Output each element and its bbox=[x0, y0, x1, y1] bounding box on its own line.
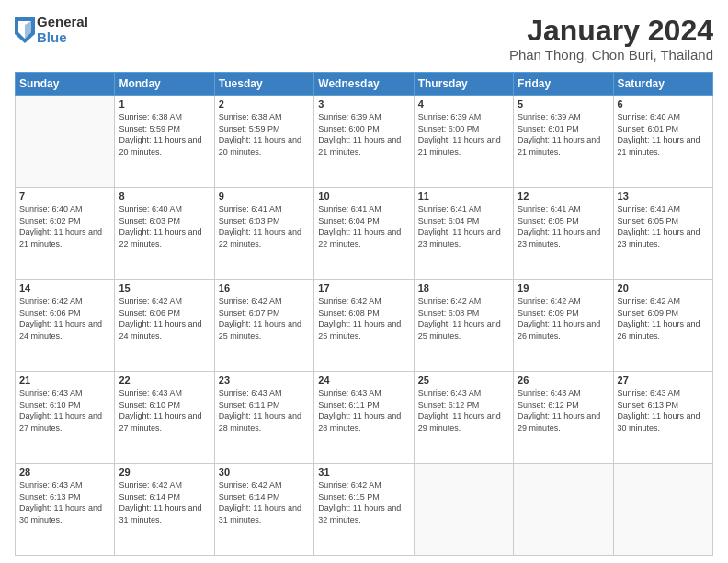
day-info: Sunrise: 6:40 AM Sunset: 6:03 PM Dayligh… bbox=[119, 203, 210, 249]
col-monday: Monday bbox=[115, 73, 214, 96]
day-number: 17 bbox=[318, 282, 409, 293]
table-row: 24 Sunrise: 6:43 AM Sunset: 6:11 PM Dayl… bbox=[314, 372, 414, 464]
table-row: 9 Sunrise: 6:41 AM Sunset: 6:03 PM Dayli… bbox=[214, 188, 313, 280]
day-info: Sunrise: 6:38 AM Sunset: 5:59 PM Dayligh… bbox=[219, 111, 310, 157]
day-number: 11 bbox=[418, 190, 509, 201]
day-number: 15 bbox=[119, 282, 210, 293]
col-wednesday: Wednesday bbox=[314, 73, 414, 96]
day-info: Sunrise: 6:43 AM Sunset: 6:10 PM Dayligh… bbox=[119, 387, 210, 433]
table-row: 20 Sunrise: 6:42 AM Sunset: 6:09 PM Dayl… bbox=[613, 280, 712, 372]
page: General Blue January 2024 Phan Thong, Ch… bbox=[0, 0, 728, 563]
day-number: 18 bbox=[418, 282, 509, 293]
calendar-week-row: 28 Sunrise: 6:43 AM Sunset: 6:13 PM Dayl… bbox=[16, 464, 713, 556]
day-info: Sunrise: 6:42 AM Sunset: 6:07 PM Dayligh… bbox=[219, 295, 310, 341]
table-row: 10 Sunrise: 6:41 AM Sunset: 6:04 PM Dayl… bbox=[314, 188, 414, 280]
calendar-week-row: 7 Sunrise: 6:40 AM Sunset: 6:02 PM Dayli… bbox=[16, 188, 713, 280]
calendar-subtitle: Phan Thong, Chon Buri, Thailand bbox=[509, 47, 713, 63]
table-row: 15 Sunrise: 6:42 AM Sunset: 6:06 PM Dayl… bbox=[115, 280, 214, 372]
day-info: Sunrise: 6:38 AM Sunset: 5:59 PM Dayligh… bbox=[119, 111, 210, 157]
table-row: 14 Sunrise: 6:42 AM Sunset: 6:06 PM Dayl… bbox=[16, 280, 115, 372]
day-info: Sunrise: 6:42 AM Sunset: 6:15 PM Dayligh… bbox=[318, 479, 409, 525]
table-row: 21 Sunrise: 6:43 AM Sunset: 6:10 PM Dayl… bbox=[16, 372, 115, 464]
day-info: Sunrise: 6:42 AM Sunset: 6:09 PM Dayligh… bbox=[618, 295, 709, 341]
table-row bbox=[414, 464, 513, 556]
calendar-title: January 2024 bbox=[509, 15, 713, 47]
table-row: 13 Sunrise: 6:41 AM Sunset: 6:05 PM Dayl… bbox=[613, 188, 712, 280]
day-info: Sunrise: 6:43 AM Sunset: 6:12 PM Dayligh… bbox=[418, 387, 509, 433]
day-number: 2 bbox=[219, 98, 310, 109]
table-row: 6 Sunrise: 6:40 AM Sunset: 6:01 PM Dayli… bbox=[613, 96, 712, 188]
table-row: 22 Sunrise: 6:43 AM Sunset: 6:10 PM Dayl… bbox=[115, 372, 214, 464]
day-number: 31 bbox=[318, 466, 409, 477]
day-number: 7 bbox=[19, 190, 110, 201]
day-info: Sunrise: 6:41 AM Sunset: 6:04 PM Dayligh… bbox=[418, 203, 509, 249]
day-info: Sunrise: 6:41 AM Sunset: 6:05 PM Dayligh… bbox=[618, 203, 709, 249]
day-info: Sunrise: 6:42 AM Sunset: 6:14 PM Dayligh… bbox=[119, 479, 210, 525]
day-number: 10 bbox=[318, 190, 409, 201]
calendar-header-row: Sunday Monday Tuesday Wednesday Thursday… bbox=[16, 73, 713, 96]
day-info: Sunrise: 6:39 AM Sunset: 6:00 PM Dayligh… bbox=[318, 111, 409, 157]
table-row bbox=[613, 464, 712, 556]
table-row: 25 Sunrise: 6:43 AM Sunset: 6:12 PM Dayl… bbox=[414, 372, 513, 464]
table-row: 2 Sunrise: 6:38 AM Sunset: 5:59 PM Dayli… bbox=[214, 96, 313, 188]
day-number: 23 bbox=[219, 374, 310, 385]
day-number: 4 bbox=[418, 98, 509, 109]
day-number: 1 bbox=[119, 98, 210, 109]
logo: General Blue bbox=[15, 15, 88, 45]
day-number: 25 bbox=[418, 374, 509, 385]
table-row: 26 Sunrise: 6:43 AM Sunset: 6:12 PM Dayl… bbox=[514, 372, 613, 464]
col-tuesday: Tuesday bbox=[214, 73, 313, 96]
day-info: Sunrise: 6:42 AM Sunset: 6:09 PM Dayligh… bbox=[518, 295, 609, 341]
table-row: 19 Sunrise: 6:42 AM Sunset: 6:09 PM Dayl… bbox=[514, 280, 613, 372]
table-row: 1 Sunrise: 6:38 AM Sunset: 5:59 PM Dayli… bbox=[115, 96, 214, 188]
table-row bbox=[514, 464, 613, 556]
day-number: 21 bbox=[19, 374, 110, 385]
day-info: Sunrise: 6:43 AM Sunset: 6:10 PM Dayligh… bbox=[19, 387, 110, 433]
day-number: 19 bbox=[518, 282, 609, 293]
table-row: 18 Sunrise: 6:42 AM Sunset: 6:08 PM Dayl… bbox=[414, 280, 513, 372]
table-row: 16 Sunrise: 6:42 AM Sunset: 6:07 PM Dayl… bbox=[214, 280, 313, 372]
table-row: 17 Sunrise: 6:42 AM Sunset: 6:08 PM Dayl… bbox=[314, 280, 414, 372]
day-number: 3 bbox=[318, 98, 409, 109]
table-row: 7 Sunrise: 6:40 AM Sunset: 6:02 PM Dayli… bbox=[16, 188, 115, 280]
day-number: 22 bbox=[119, 374, 210, 385]
day-number: 9 bbox=[219, 190, 310, 201]
table-row: 8 Sunrise: 6:40 AM Sunset: 6:03 PM Dayli… bbox=[115, 188, 214, 280]
day-number: 6 bbox=[618, 98, 709, 109]
col-sunday: Sunday bbox=[16, 73, 115, 96]
day-number: 13 bbox=[618, 190, 709, 201]
col-saturday: Saturday bbox=[613, 73, 712, 96]
table-row: 27 Sunrise: 6:43 AM Sunset: 6:13 PM Dayl… bbox=[613, 372, 712, 464]
calendar-week-row: 1 Sunrise: 6:38 AM Sunset: 5:59 PM Dayli… bbox=[16, 96, 713, 188]
title-block: January 2024 Phan Thong, Chon Buri, Thai… bbox=[509, 15, 713, 63]
day-number: 27 bbox=[618, 374, 709, 385]
table-row: 4 Sunrise: 6:39 AM Sunset: 6:00 PM Dayli… bbox=[414, 96, 513, 188]
day-info: Sunrise: 6:43 AM Sunset: 6:11 PM Dayligh… bbox=[219, 387, 310, 433]
table-row: 5 Sunrise: 6:39 AM Sunset: 6:01 PM Dayli… bbox=[514, 96, 613, 188]
day-number: 29 bbox=[119, 466, 210, 477]
calendar-week-row: 14 Sunrise: 6:42 AM Sunset: 6:06 PM Dayl… bbox=[16, 280, 713, 372]
day-info: Sunrise: 6:39 AM Sunset: 6:01 PM Dayligh… bbox=[518, 111, 609, 157]
header: General Blue January 2024 Phan Thong, Ch… bbox=[15, 15, 713, 63]
day-info: Sunrise: 6:42 AM Sunset: 6:06 PM Dayligh… bbox=[119, 295, 210, 341]
day-info: Sunrise: 6:43 AM Sunset: 6:12 PM Dayligh… bbox=[518, 387, 609, 433]
table-row: 12 Sunrise: 6:41 AM Sunset: 6:05 PM Dayl… bbox=[514, 188, 613, 280]
calendar-week-row: 21 Sunrise: 6:43 AM Sunset: 6:10 PM Dayl… bbox=[16, 372, 713, 464]
logo-text: General Blue bbox=[37, 15, 88, 45]
day-number: 5 bbox=[518, 98, 609, 109]
table-row: 31 Sunrise: 6:42 AM Sunset: 6:15 PM Dayl… bbox=[314, 464, 414, 556]
day-info: Sunrise: 6:40 AM Sunset: 6:02 PM Dayligh… bbox=[19, 203, 110, 249]
logo-icon bbox=[15, 17, 35, 43]
col-thursday: Thursday bbox=[414, 73, 513, 96]
day-number: 20 bbox=[618, 282, 709, 293]
day-info: Sunrise: 6:42 AM Sunset: 6:14 PM Dayligh… bbox=[219, 479, 310, 525]
logo-blue: Blue bbox=[37, 30, 88, 46]
table-row: 3 Sunrise: 6:39 AM Sunset: 6:00 PM Dayli… bbox=[314, 96, 414, 188]
day-info: Sunrise: 6:41 AM Sunset: 6:04 PM Dayligh… bbox=[318, 203, 409, 249]
day-info: Sunrise: 6:40 AM Sunset: 6:01 PM Dayligh… bbox=[618, 111, 709, 157]
day-info: Sunrise: 6:41 AM Sunset: 6:05 PM Dayligh… bbox=[518, 203, 609, 249]
day-info: Sunrise: 6:43 AM Sunset: 6:13 PM Dayligh… bbox=[19, 479, 110, 525]
table-row: 11 Sunrise: 6:41 AM Sunset: 6:04 PM Dayl… bbox=[414, 188, 513, 280]
day-number: 30 bbox=[219, 466, 310, 477]
table-row: 30 Sunrise: 6:42 AM Sunset: 6:14 PM Dayl… bbox=[214, 464, 313, 556]
